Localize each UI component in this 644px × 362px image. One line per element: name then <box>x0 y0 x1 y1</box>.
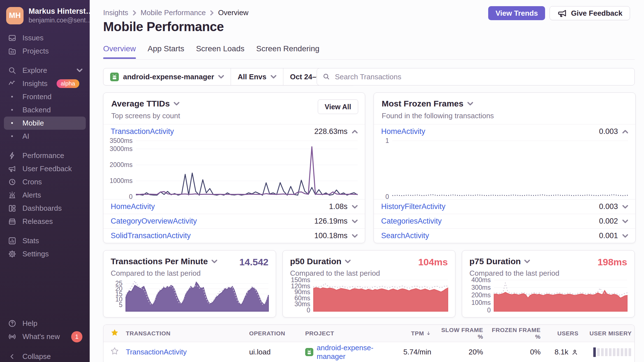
col-frozen-frame[interactable]: FROZEN FRAME % <box>487 327 544 340</box>
star-header-icon[interactable] <box>103 328 126 338</box>
project-selector[interactable]: android-expense-manager <box>103 68 231 85</box>
sidebar-collapse-button[interactable]: Collapse <box>4 350 86 362</box>
user-icon <box>571 349 578 356</box>
sidebar-item-label: User Feedback <box>22 164 72 173</box>
breadcrumb-overview: Overview <box>218 8 248 17</box>
transaction-link[interactable]: TransactionActivity <box>111 127 174 136</box>
transaction-link[interactable]: HomeActivity <box>381 127 425 136</box>
chevron-left-icon <box>7 352 17 361</box>
transaction-link[interactable]: SearchActivity <box>381 231 429 240</box>
transaction-row: CategoriesActivity 0.002 <box>374 214 635 228</box>
sidebar-item-projects[interactable]: Projects <box>4 45 86 58</box>
environment-selector[interactable]: All Envs <box>231 68 283 85</box>
sidebar-item-releases[interactable]: Releases <box>4 215 86 228</box>
sidebar-item-dashboards[interactable]: Dashboards <box>4 202 86 215</box>
tab-divider <box>103 59 635 60</box>
sidebar-item-label: Frontend <box>22 92 52 101</box>
transaction-link[interactable]: CategoryOverviewActivity <box>111 217 197 226</box>
user-email: benjamin.coe@sent… <box>29 16 93 25</box>
bullet-icon <box>11 122 13 124</box>
user-menu[interactable]: MH Markus Hinterst… benjamin.coe@sent… <box>4 4 86 31</box>
tab-app-starts[interactable]: App Starts <box>148 44 184 59</box>
col-user-misery[interactable]: USER MISERY <box>582 330 635 337</box>
transaction-row-expanded: TransactionActivity 228.63ms <box>103 124 365 139</box>
sidebar-item-label: Alerts <box>22 191 41 199</box>
tab-screen-loads[interactable]: Screen Loads <box>196 44 244 59</box>
chevron-down-icon <box>174 102 179 105</box>
sidebar-item-backend[interactable]: Backend <box>4 103 86 117</box>
transaction-link[interactable]: HomeActivity <box>111 202 155 211</box>
sidebar-item-ai[interactable]: AI <box>4 130 86 143</box>
card-subtitle: Compared to the last period <box>290 269 448 278</box>
tab-overview[interactable]: Overview <box>103 44 136 59</box>
transaction-link[interactable]: CategoriesActivity <box>381 217 442 226</box>
sidebar-item-user-feedback[interactable]: User Feedback <box>4 162 86 175</box>
transactions-table: TRANSACTION OPERATION PROJECT TPM SLOW F… <box>103 324 635 362</box>
tpm-chart[interactable]: 252015105 <box>111 279 268 312</box>
sidebar-item-whats-new[interactable]: What's new 1 <box>4 330 86 343</box>
sidebar-item-mobile[interactable]: Mobile <box>4 117 86 130</box>
p50-chart[interactable]: 150ms120ms90ms60ms30ms0 <box>290 279 448 312</box>
project-cell[interactable]: android-expense-manager <box>305 344 389 361</box>
sidebar-item-settings[interactable]: Settings <box>4 247 86 261</box>
dashboard-icon <box>7 203 17 213</box>
sidebar-item-stats[interactable]: Stats <box>4 234 86 247</box>
transaction-row: CategoryOverviewActivity 126.19ms <box>103 214 365 228</box>
chevron-down-icon[interactable] <box>622 234 628 238</box>
sidebar-item-insights[interactable]: Insights alpha <box>4 77 86 90</box>
chevron-down-icon[interactable] <box>622 205 628 208</box>
tab-screen-rendering[interactable]: Screen Rendering <box>256 44 319 59</box>
chevron-up-icon[interactable] <box>622 130 628 133</box>
p75-value: 198ms <box>597 257 627 268</box>
chevron-down-icon <box>212 260 217 263</box>
sidebar-item-help[interactable]: Help <box>4 317 86 330</box>
col-slow-frame[interactable]: SLOW FRAME % <box>435 327 487 340</box>
col-users[interactable]: USERS <box>544 330 582 337</box>
average-ttids-chart[interactable]: 3500ms3000ms2000ms1000ms0 <box>108 140 358 198</box>
user-misery-bar <box>582 342 635 362</box>
chevron-down-icon[interactable] <box>352 234 358 238</box>
sidebar-item-frontend[interactable]: Frontend <box>4 90 86 103</box>
star-icon[interactable] <box>103 347 126 357</box>
chevron-down-icon[interactable] <box>622 220 628 223</box>
breadcrumb-mobile-performance[interactable]: Mobile Performance <box>141 8 206 17</box>
sidebar-item-alerts[interactable]: Alerts <box>4 189 86 202</box>
card-subtitle: Compared to the last period <box>469 269 627 278</box>
transaction-link[interactable]: SolidTransactionActivity <box>111 231 191 240</box>
view-all-button[interactable]: View All <box>318 99 358 114</box>
table-header: TRANSACTION OPERATION PROJECT TPM SLOW F… <box>103 325 634 342</box>
sidebar-item-explore[interactable]: Explore <box>4 64 86 77</box>
view-trends-button[interactable]: View Trends <box>488 6 545 20</box>
chevron-down-icon <box>467 102 473 105</box>
chevron-up-icon[interactable] <box>352 130 358 133</box>
chevron-down-icon[interactable] <box>352 220 358 223</box>
search-input[interactable]: Search Transactions <box>317 68 635 85</box>
card-title-dropdown[interactable]: Most Frozen Frames <box>382 99 627 108</box>
transaction-link[interactable]: TransactionActivity <box>126 348 249 356</box>
sidebar-item-crons[interactable]: Crons <box>4 175 86 189</box>
sidebar-item-issues[interactable]: Issues <box>4 31 86 45</box>
avatar: MH <box>6 7 24 24</box>
main-content: Insights Mobile Performance Overview Vie… <box>90 0 644 362</box>
col-transaction[interactable]: TRANSACTION <box>126 330 249 337</box>
col-project[interactable]: PROJECT <box>305 330 389 337</box>
sidebar-item-performance[interactable]: Performance <box>4 149 86 162</box>
notification-badge: 1 <box>71 331 82 342</box>
operation-cell: ui.load <box>249 348 305 356</box>
frozen-frames-chart[interactable]: 10 <box>378 140 628 198</box>
chevron-down-icon[interactable] <box>352 205 358 208</box>
sidebar-item-label: Settings <box>22 250 49 258</box>
gear-icon <box>7 249 17 259</box>
p75-chart[interactable]: 400ms300ms200ms100ms0 <box>469 279 627 312</box>
breadcrumb-insights[interactable]: Insights <box>103 8 128 17</box>
give-feedback-button[interactable]: Give Feedback <box>550 6 630 20</box>
col-operation[interactable]: OPERATION <box>249 330 305 337</box>
col-tpm[interactable]: TPM <box>389 330 435 337</box>
sidebar-item-label: Mobile <box>22 119 44 127</box>
card-subtitle: Compared to the last period <box>111 269 268 278</box>
transaction-link[interactable]: HistoryFilterActivity <box>381 202 446 211</box>
most-frozen-frames-card: Most Frozen Frames Found in the followin… <box>374 92 636 243</box>
lightning-icon <box>7 151 17 160</box>
table-row: TransactionActivity ui.load android-expe… <box>103 342 634 362</box>
insights-icon <box>7 79 17 88</box>
